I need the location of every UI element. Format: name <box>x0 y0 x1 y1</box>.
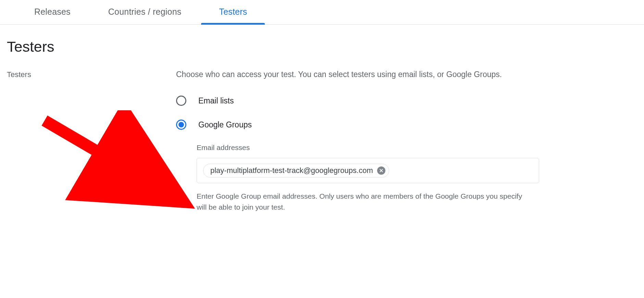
radio-checked-icon <box>176 120 186 130</box>
email-addresses-input[interactable]: play-multiplatform-test-track@googlegrou… <box>197 158 539 183</box>
email-addresses-label: Email addresses <box>197 144 539 152</box>
radio-label: Email lists <box>198 96 234 105</box>
page-title: Testers <box>7 38 637 55</box>
section-description: Choose who can access your test. You can… <box>176 69 539 80</box>
tab-countries-regions[interactable]: Countries / regions <box>108 0 182 24</box>
radio-label: Google Groups <box>198 120 252 129</box>
email-chip[interactable]: play-multiplatform-test-track@googlegrou… <box>203 164 389 177</box>
close-icon[interactable] <box>377 166 385 175</box>
page-body: Testers Testers Choose who can access yo… <box>0 25 644 226</box>
email-addresses-field: Email addresses play-multiplatform-test-… <box>197 144 539 212</box>
email-chip-text: play-multiplatform-test-track@googlegrou… <box>210 166 373 175</box>
radio-option-google-groups[interactable]: Google Groups <box>176 120 539 130</box>
radio-unchecked-icon <box>176 96 186 106</box>
tab-testers[interactable]: Testers <box>219 0 247 24</box>
email-addresses-help: Enter Google Group email addresses. Only… <box>197 191 532 212</box>
section-label-testers: Testers <box>7 69 176 212</box>
radio-option-email-lists[interactable]: Email lists <box>176 96 539 106</box>
tab-releases[interactable]: Releases <box>34 0 71 24</box>
tab-bar: Releases Countries / regions Testers <box>0 0 644 25</box>
